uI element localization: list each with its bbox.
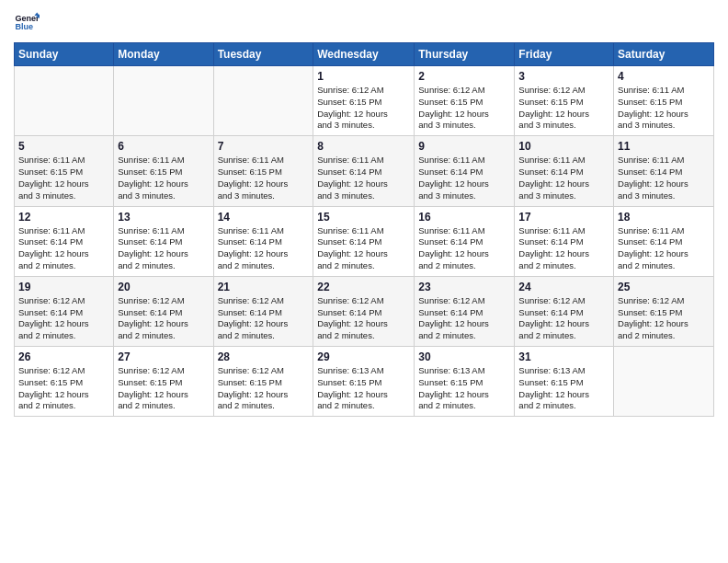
day-info: Sunrise: 6:11 AM Sunset: 6:14 PM Dayligh… bbox=[218, 225, 310, 272]
calendar-cell bbox=[213, 66, 313, 136]
day-number: 3 bbox=[518, 70, 609, 83]
day-number: 30 bbox=[418, 350, 510, 363]
calendar-cell bbox=[15, 66, 114, 136]
calendar-cell: 5Sunrise: 6:11 AM Sunset: 6:15 PM Daylig… bbox=[15, 136, 114, 206]
day-number: 11 bbox=[618, 140, 710, 153]
calendar-cell: 4Sunrise: 6:11 AM Sunset: 6:15 PM Daylig… bbox=[614, 66, 714, 136]
day-info: Sunrise: 6:12 AM Sunset: 6:15 PM Dayligh… bbox=[618, 295, 710, 342]
day-info: Sunrise: 6:11 AM Sunset: 6:15 PM Dayligh… bbox=[218, 155, 310, 201]
header-monday: Monday bbox=[114, 43, 213, 66]
calendar-cell: 6Sunrise: 6:11 AM Sunset: 6:15 PM Daylig… bbox=[114, 136, 213, 206]
day-info: Sunrise: 6:12 AM Sunset: 6:15 PM Dayligh… bbox=[218, 365, 310, 412]
calendar-cell: 12Sunrise: 6:11 AM Sunset: 6:14 PM Dayli… bbox=[15, 206, 114, 276]
day-info: Sunrise: 6:13 AM Sunset: 6:15 PM Dayligh… bbox=[518, 365, 609, 412]
logo-icon: General Blue bbox=[14, 9, 40, 35]
day-number: 5 bbox=[18, 140, 109, 153]
calendar-cell: 23Sunrise: 6:12 AM Sunset: 6:14 PM Dayli… bbox=[415, 276, 515, 346]
header-wednesday: Wednesday bbox=[313, 43, 415, 66]
day-number: 19 bbox=[18, 281, 109, 293]
day-info: Sunrise: 6:11 AM Sunset: 6:14 PM Dayligh… bbox=[418, 155, 510, 201]
calendar-cell: 10Sunrise: 6:11 AM Sunset: 6:14 PM Dayli… bbox=[515, 136, 614, 206]
header: General Blue bbox=[14, 9, 714, 35]
day-number: 22 bbox=[317, 281, 410, 293]
day-number: 2 bbox=[418, 70, 510, 83]
day-number: 31 bbox=[518, 350, 609, 363]
calendar-header-row: SundayMondayTuesdayWednesdayThursdayFrid… bbox=[15, 43, 714, 66]
day-number: 7 bbox=[218, 140, 310, 153]
day-number: 24 bbox=[518, 281, 609, 293]
calendar-cell: 30Sunrise: 6:13 AM Sunset: 6:15 PM Dayli… bbox=[415, 347, 515, 417]
calendar-cell: 7Sunrise: 6:11 AM Sunset: 6:15 PM Daylig… bbox=[213, 136, 313, 206]
calendar-cell bbox=[114, 66, 213, 136]
calendar-cell: 16Sunrise: 6:11 AM Sunset: 6:14 PM Dayli… bbox=[415, 206, 515, 276]
week-row-1: 1Sunrise: 6:12 AM Sunset: 6:15 PM Daylig… bbox=[15, 66, 714, 136]
calendar-table: SundayMondayTuesdayWednesdayThursdayFrid… bbox=[14, 42, 714, 417]
header-sunday: Sunday bbox=[15, 43, 114, 66]
calendar-cell: 18Sunrise: 6:11 AM Sunset: 6:14 PM Dayli… bbox=[614, 206, 714, 276]
day-number: 1 bbox=[317, 70, 410, 83]
day-number: 27 bbox=[118, 350, 209, 363]
calendar-cell: 3Sunrise: 6:12 AM Sunset: 6:15 PM Daylig… bbox=[515, 66, 614, 136]
day-info: Sunrise: 6:12 AM Sunset: 6:14 PM Dayligh… bbox=[18, 295, 109, 342]
day-number: 9 bbox=[418, 140, 510, 153]
calendar-cell: 31Sunrise: 6:13 AM Sunset: 6:15 PM Dayli… bbox=[515, 347, 614, 417]
day-info: Sunrise: 6:12 AM Sunset: 6:15 PM Dayligh… bbox=[518, 85, 609, 132]
day-number: 4 bbox=[618, 70, 710, 83]
day-info: Sunrise: 6:12 AM Sunset: 6:14 PM Dayligh… bbox=[317, 295, 410, 342]
calendar-cell: 14Sunrise: 6:11 AM Sunset: 6:14 PM Dayli… bbox=[213, 206, 313, 276]
calendar-cell: 1Sunrise: 6:12 AM Sunset: 6:15 PM Daylig… bbox=[313, 66, 415, 136]
logo: General Blue bbox=[14, 9, 43, 35]
day-number: 6 bbox=[118, 140, 209, 153]
day-info: Sunrise: 6:11 AM Sunset: 6:15 PM Dayligh… bbox=[118, 155, 209, 201]
day-number: 16 bbox=[418, 211, 510, 224]
day-info: Sunrise: 6:12 AM Sunset: 6:14 PM Dayligh… bbox=[418, 295, 510, 342]
svg-text:Blue: Blue bbox=[15, 22, 33, 31]
day-number: 20 bbox=[118, 281, 209, 293]
day-info: Sunrise: 6:11 AM Sunset: 6:14 PM Dayligh… bbox=[518, 225, 609, 272]
day-info: Sunrise: 6:13 AM Sunset: 6:15 PM Dayligh… bbox=[317, 365, 410, 412]
header-tuesday: Tuesday bbox=[213, 43, 313, 66]
day-info: Sunrise: 6:11 AM Sunset: 6:14 PM Dayligh… bbox=[518, 155, 609, 201]
day-number: 12 bbox=[18, 211, 109, 224]
day-info: Sunrise: 6:12 AM Sunset: 6:15 PM Dayligh… bbox=[418, 85, 510, 132]
day-info: Sunrise: 6:12 AM Sunset: 6:14 PM Dayligh… bbox=[118, 295, 209, 342]
day-info: Sunrise: 6:12 AM Sunset: 6:14 PM Dayligh… bbox=[518, 295, 609, 342]
calendar-cell: 11Sunrise: 6:11 AM Sunset: 6:14 PM Dayli… bbox=[614, 136, 714, 206]
calendar-cell: 29Sunrise: 6:13 AM Sunset: 6:15 PM Dayli… bbox=[313, 347, 415, 417]
calendar-cell: 28Sunrise: 6:12 AM Sunset: 6:15 PM Dayli… bbox=[213, 347, 313, 417]
calendar-cell: 20Sunrise: 6:12 AM Sunset: 6:14 PM Dayli… bbox=[114, 276, 213, 346]
week-row-3: 12Sunrise: 6:11 AM Sunset: 6:14 PM Dayli… bbox=[15, 206, 714, 276]
week-row-5: 26Sunrise: 6:12 AM Sunset: 6:15 PM Dayli… bbox=[15, 347, 714, 417]
calendar-cell: 27Sunrise: 6:12 AM Sunset: 6:15 PM Dayli… bbox=[114, 347, 213, 417]
day-info: Sunrise: 6:11 AM Sunset: 6:14 PM Dayligh… bbox=[418, 225, 510, 272]
header-friday: Friday bbox=[515, 43, 614, 66]
week-row-2: 5Sunrise: 6:11 AM Sunset: 6:15 PM Daylig… bbox=[15, 136, 714, 206]
day-info: Sunrise: 6:12 AM Sunset: 6:15 PM Dayligh… bbox=[18, 365, 109, 412]
day-info: Sunrise: 6:12 AM Sunset: 6:15 PM Dayligh… bbox=[317, 85, 410, 132]
day-info: Sunrise: 6:11 AM Sunset: 6:14 PM Dayligh… bbox=[118, 225, 209, 272]
day-number: 29 bbox=[317, 350, 410, 363]
header-thursday: Thursday bbox=[415, 43, 515, 66]
calendar-cell: 19Sunrise: 6:12 AM Sunset: 6:14 PM Dayli… bbox=[15, 276, 114, 346]
calendar-cell: 2Sunrise: 6:12 AM Sunset: 6:15 PM Daylig… bbox=[415, 66, 515, 136]
header-saturday: Saturday bbox=[614, 43, 714, 66]
day-info: Sunrise: 6:11 AM Sunset: 6:14 PM Dayligh… bbox=[618, 155, 710, 201]
day-info: Sunrise: 6:12 AM Sunset: 6:14 PM Dayligh… bbox=[218, 295, 310, 342]
day-info: Sunrise: 6:13 AM Sunset: 6:15 PM Dayligh… bbox=[418, 365, 510, 412]
day-number: 8 bbox=[317, 140, 410, 153]
calendar-cell: 25Sunrise: 6:12 AM Sunset: 6:15 PM Dayli… bbox=[614, 276, 714, 346]
calendar-cell bbox=[614, 347, 714, 417]
day-number: 14 bbox=[218, 211, 310, 224]
page: General Blue SundayMondayTuesdayWednesda… bbox=[0, 0, 728, 563]
calendar-cell: 15Sunrise: 6:11 AM Sunset: 6:14 PM Dayli… bbox=[313, 206, 415, 276]
calendar-cell: 22Sunrise: 6:12 AM Sunset: 6:14 PM Dayli… bbox=[313, 276, 415, 346]
day-number: 17 bbox=[518, 211, 609, 224]
day-info: Sunrise: 6:12 AM Sunset: 6:15 PM Dayligh… bbox=[118, 365, 209, 412]
day-number: 18 bbox=[618, 211, 710, 224]
calendar-cell: 9Sunrise: 6:11 AM Sunset: 6:14 PM Daylig… bbox=[415, 136, 515, 206]
day-number: 13 bbox=[118, 211, 209, 224]
day-number: 28 bbox=[218, 350, 310, 363]
calendar-cell: 13Sunrise: 6:11 AM Sunset: 6:14 PM Dayli… bbox=[114, 206, 213, 276]
day-number: 26 bbox=[18, 350, 109, 363]
week-row-4: 19Sunrise: 6:12 AM Sunset: 6:14 PM Dayli… bbox=[15, 276, 714, 346]
